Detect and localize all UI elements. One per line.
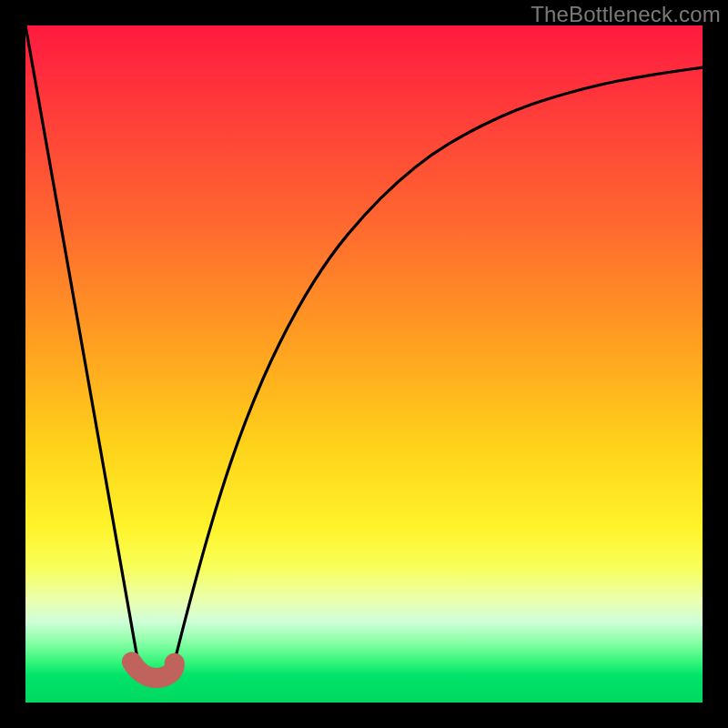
curve-group — [25, 25, 703, 682]
curve-layer — [25, 25, 703, 703]
left-branch-line — [25, 25, 151, 682]
plot-area — [25, 25, 703, 703]
valley-highlight — [132, 662, 175, 678]
valley-marker — [132, 662, 175, 678]
chart-frame: TheBottleneck.com — [0, 0, 728, 728]
watermark-text: TheBottleneck.com — [531, 2, 721, 27]
right-branch-line — [175, 67, 703, 662]
